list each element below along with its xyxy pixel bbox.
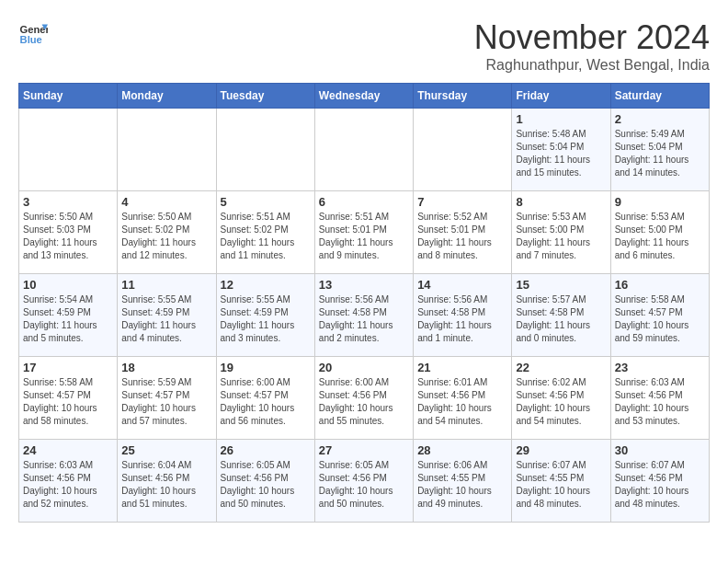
table-row: 27Sunrise: 6:05 AM Sunset: 4:56 PM Dayli… — [314, 440, 413, 523]
svg-text:Blue: Blue — [20, 34, 42, 45]
day-number: 9 — [615, 195, 705, 209]
table-row: 19Sunrise: 6:00 AM Sunset: 4:57 PM Dayli… — [216, 357, 314, 440]
day-info: Sunrise: 5:56 AM Sunset: 4:58 PM Dayligh… — [417, 293, 507, 345]
table-row — [414, 109, 512, 191]
day-number: 19 — [221, 361, 311, 374]
day-number: 2 — [615, 112, 705, 126]
day-info: Sunrise: 6:01 AM Sunset: 4:56 PM Dayligh… — [417, 376, 507, 428]
table-row — [19, 109, 118, 191]
day-number: 4 — [121, 195, 211, 209]
day-info: Sunrise: 5:49 AM Sunset: 5:04 PM Dayligh… — [615, 128, 705, 179]
table-row: 28Sunrise: 6:06 AM Sunset: 4:55 PM Dayli… — [414, 440, 512, 523]
day-number: 3 — [23, 195, 113, 209]
header-saturday: Saturday — [610, 84, 709, 109]
table-row: 10Sunrise: 5:54 AM Sunset: 4:59 PM Dayli… — [19, 274, 118, 357]
day-info: Sunrise: 5:59 AM Sunset: 4:57 PM Dayligh… — [121, 376, 211, 428]
day-number: 8 — [516, 195, 606, 209]
day-number: 28 — [417, 443, 507, 457]
day-info: Sunrise: 5:58 AM Sunset: 4:57 PM Dayligh… — [23, 376, 113, 428]
day-number: 17 — [23, 361, 113, 374]
day-info: Sunrise: 5:50 AM Sunset: 5:03 PM Dayligh… — [23, 211, 113, 262]
table-row: 23Sunrise: 6:03 AM Sunset: 4:56 PM Dayli… — [610, 357, 709, 440]
day-number: 25 — [121, 443, 211, 457]
day-number: 6 — [319, 195, 409, 209]
day-info: Sunrise: 6:03 AM Sunset: 4:56 PM Dayligh… — [615, 376, 705, 428]
day-number: 18 — [121, 361, 211, 374]
day-info: Sunrise: 6:07 AM Sunset: 4:55 PM Dayligh… — [516, 459, 606, 511]
header-friday: Friday — [512, 84, 610, 109]
day-number: 30 — [615, 443, 705, 457]
day-number: 10 — [23, 278, 113, 292]
day-number: 13 — [319, 278, 409, 292]
day-info: Sunrise: 6:03 AM Sunset: 4:56 PM Dayligh… — [23, 459, 113, 511]
day-number: 7 — [417, 195, 507, 209]
day-info: Sunrise: 5:55 AM Sunset: 4:59 PM Dayligh… — [221, 293, 311, 345]
table-row: 5Sunrise: 5:51 AM Sunset: 5:02 PM Daylig… — [216, 191, 314, 274]
table-row: 15Sunrise: 5:57 AM Sunset: 4:58 PM Dayli… — [512, 274, 610, 357]
header-sunday: Sunday — [19, 84, 118, 109]
day-number: 15 — [516, 278, 606, 292]
table-row: 18Sunrise: 5:59 AM Sunset: 4:57 PM Dayli… — [118, 357, 216, 440]
table-row: 25Sunrise: 6:04 AM Sunset: 4:56 PM Dayli… — [118, 440, 216, 523]
day-info: Sunrise: 5:50 AM Sunset: 5:02 PM Dayligh… — [121, 211, 211, 262]
day-info: Sunrise: 6:07 AM Sunset: 4:56 PM Dayligh… — [615, 459, 705, 511]
day-info: Sunrise: 5:54 AM Sunset: 4:59 PM Dayligh… — [23, 293, 113, 345]
table-row: 14Sunrise: 5:56 AM Sunset: 4:58 PM Dayli… — [414, 274, 512, 357]
table-row: 17Sunrise: 5:58 AM Sunset: 4:57 PM Dayli… — [19, 357, 118, 440]
day-info: Sunrise: 6:05 AM Sunset: 4:56 PM Dayligh… — [319, 459, 409, 511]
day-info: Sunrise: 5:48 AM Sunset: 5:04 PM Dayligh… — [516, 128, 606, 179]
header-tuesday: Tuesday — [216, 84, 314, 109]
day-info: Sunrise: 5:56 AM Sunset: 4:58 PM Dayligh… — [319, 293, 409, 345]
table-row: 9Sunrise: 5:53 AM Sunset: 5:00 PM Daylig… — [610, 191, 709, 274]
table-row: 20Sunrise: 6:00 AM Sunset: 4:56 PM Dayli… — [314, 357, 413, 440]
table-row: 6Sunrise: 5:51 AM Sunset: 5:01 PM Daylig… — [314, 191, 413, 274]
day-info: Sunrise: 5:51 AM Sunset: 5:01 PM Dayligh… — [319, 211, 409, 262]
table-row — [314, 109, 413, 191]
day-number: 26 — [221, 443, 311, 457]
day-info: Sunrise: 5:57 AM Sunset: 4:58 PM Dayligh… — [516, 293, 606, 345]
day-number: 1 — [516, 112, 606, 126]
table-row: 2Sunrise: 5:49 AM Sunset: 5:04 PM Daylig… — [610, 109, 709, 191]
day-number: 20 — [319, 361, 409, 374]
table-row: 3Sunrise: 5:50 AM Sunset: 5:03 PM Daylig… — [19, 191, 118, 274]
header-wednesday: Wednesday — [314, 84, 413, 109]
day-number: 21 — [417, 361, 507, 374]
table-row — [118, 109, 216, 191]
header-thursday: Thursday — [414, 84, 512, 109]
day-info: Sunrise: 6:02 AM Sunset: 4:56 PM Dayligh… — [516, 376, 606, 428]
calendar-table: Sunday Monday Tuesday Wednesday Thursday… — [18, 83, 710, 523]
table-row: 30Sunrise: 6:07 AM Sunset: 4:56 PM Dayli… — [610, 440, 709, 523]
table-row: 26Sunrise: 6:05 AM Sunset: 4:56 PM Dayli… — [216, 440, 314, 523]
month-title: November 2024 — [474, 18, 710, 57]
day-number: 24 — [23, 443, 113, 457]
day-info: Sunrise: 6:06 AM Sunset: 4:55 PM Dayligh… — [417, 459, 507, 511]
day-number: 12 — [221, 278, 311, 292]
day-number: 23 — [615, 361, 705, 374]
day-info: Sunrise: 6:00 AM Sunset: 4:56 PM Dayligh… — [319, 376, 409, 428]
table-row: 7Sunrise: 5:52 AM Sunset: 5:01 PM Daylig… — [414, 191, 512, 274]
table-row: 16Sunrise: 5:58 AM Sunset: 4:57 PM Dayli… — [610, 274, 709, 357]
table-row: 8Sunrise: 5:53 AM Sunset: 5:00 PM Daylig… — [512, 191, 610, 274]
calendar-week-row: 24Sunrise: 6:03 AM Sunset: 4:56 PM Dayli… — [19, 440, 710, 523]
table-row: 29Sunrise: 6:07 AM Sunset: 4:55 PM Dayli… — [512, 440, 610, 523]
day-number: 27 — [319, 443, 409, 457]
day-info: Sunrise: 6:04 AM Sunset: 4:56 PM Dayligh… — [121, 459, 211, 511]
calendar-week-row: 17Sunrise: 5:58 AM Sunset: 4:57 PM Dayli… — [19, 357, 710, 440]
day-info: Sunrise: 5:53 AM Sunset: 5:00 PM Dayligh… — [516, 211, 606, 262]
calendar-week-row: 1Sunrise: 5:48 AM Sunset: 5:04 PM Daylig… — [19, 109, 710, 191]
day-number: 11 — [121, 278, 211, 292]
day-number: 14 — [417, 278, 507, 292]
day-number: 16 — [615, 278, 705, 292]
table-row: 11Sunrise: 5:55 AM Sunset: 4:59 PM Dayli… — [118, 274, 216, 357]
table-row: 24Sunrise: 6:03 AM Sunset: 4:56 PM Dayli… — [19, 440, 118, 523]
header-monday: Monday — [118, 84, 216, 109]
day-info: Sunrise: 6:00 AM Sunset: 4:57 PM Dayligh… — [221, 376, 311, 428]
table-row: 1Sunrise: 5:48 AM Sunset: 5:04 PM Daylig… — [512, 109, 610, 191]
day-info: Sunrise: 5:53 AM Sunset: 5:00 PM Dayligh… — [615, 211, 705, 262]
day-info: Sunrise: 6:05 AM Sunset: 4:56 PM Dayligh… — [221, 459, 311, 511]
table-row — [216, 109, 314, 191]
table-row: 12Sunrise: 5:55 AM Sunset: 4:59 PM Dayli… — [216, 274, 314, 357]
logo: General Blue — [18, 18, 48, 48]
day-info: Sunrise: 5:55 AM Sunset: 4:59 PM Dayligh… — [121, 293, 211, 345]
header: General Blue November 2024 Raghunathpur,… — [18, 18, 710, 74]
